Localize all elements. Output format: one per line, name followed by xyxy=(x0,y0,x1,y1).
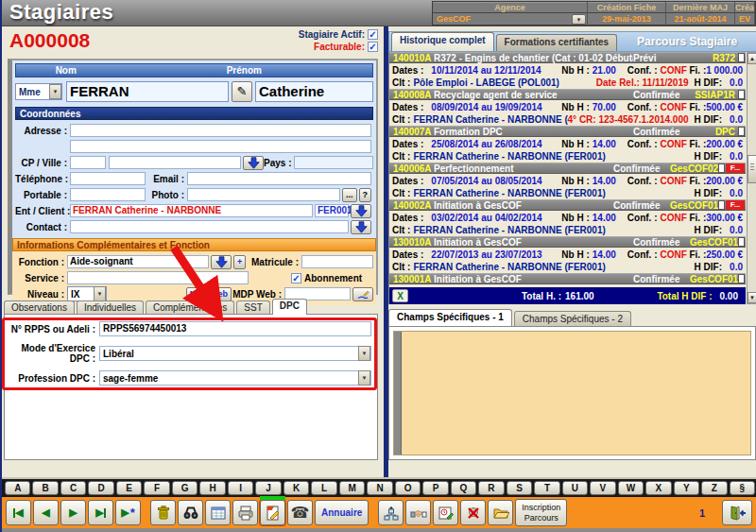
formation-header[interactable]: 140007A Formation DPC Confirmée DPC xyxy=(389,126,746,137)
inscription-parcours-button[interactable]: Inscription Parcours xyxy=(515,499,567,526)
profession-dpc-select[interactable]: sage-femme ▼ xyxy=(99,370,371,386)
stagiaire-actif-checkbox[interactable]: ✓ xyxy=(368,29,378,40)
cp-field[interactable] xyxy=(70,156,106,169)
alphabet-button[interactable]: E xyxy=(116,481,142,495)
contact-field[interactable] xyxy=(70,220,349,233)
ent-client-field[interactable]: FERRAN Catherine - NARBONNE xyxy=(70,204,313,217)
facturable-checkbox[interactable]: ✓ xyxy=(368,42,378,52)
formation-header[interactable]: 140010A R372 - Engins de chantier (Cat :… xyxy=(389,52,746,63)
planning-button[interactable] xyxy=(433,500,458,525)
contact-lookup-button[interactable] xyxy=(351,220,371,234)
list-scrollbar[interactable]: ▲ ▼ xyxy=(747,52,756,304)
alphabet-button[interactable]: L xyxy=(311,481,336,495)
alphabet-button[interactable]: Z xyxy=(701,481,727,495)
email-field[interactable] xyxy=(187,172,371,185)
search-button[interactable] xyxy=(178,500,203,525)
formation-item[interactable]: 140008A Recyclage agent de service Confi… xyxy=(389,89,746,126)
alphabet-button[interactable]: P xyxy=(422,481,448,495)
alphabet-button[interactable]: § xyxy=(730,481,755,495)
tab-sst[interactable]: SST xyxy=(236,300,269,315)
formation-item[interactable]: 130010A Initiation à GesCOF Confirmée Ge… xyxy=(389,236,746,273)
prenom-field[interactable]: Catherine xyxy=(255,81,373,102)
previous-record-button[interactable]: ◀ xyxy=(33,500,59,525)
tab-champs-specifiques-1[interactable]: Champs Spécifiques - 1 xyxy=(388,309,512,326)
tab-formations-certifiantes[interactable]: Formations certifiantes xyxy=(496,34,618,51)
open-folder-button[interactable] xyxy=(488,500,513,525)
delete-button[interactable] xyxy=(150,500,176,525)
ville-lookup-button[interactable] xyxy=(243,156,264,170)
alphabet-button[interactable]: B xyxy=(32,481,58,495)
duplicate-button[interactable] xyxy=(378,500,404,525)
fonction-add-button[interactable]: + xyxy=(233,255,246,269)
adresse-field-1[interactable] xyxy=(70,124,371,137)
alphabet-button[interactable]: N xyxy=(367,481,392,495)
datasheet-view-button[interactable] xyxy=(205,500,231,525)
chevron-down-icon[interactable]: ▼ xyxy=(358,346,370,361)
tab-champs-specifiques-2[interactable]: Champs Spécifiques - 2 xyxy=(514,311,631,326)
formation-header[interactable]: 140002A Initiation à GesCOF Confirmée Ge… xyxy=(389,199,746,211)
cancel-button[interactable] xyxy=(460,500,486,525)
scroll-up-icon[interactable]: ▲ xyxy=(747,53,756,64)
formation-header[interactable]: 140006A Perfectionnement Confirmée GesCO… xyxy=(389,163,746,174)
formation-item[interactable]: 140007A Formation DPC Confirmée DPC Date… xyxy=(389,126,746,163)
abonnement-checkbox[interactable]: ✓ xyxy=(291,273,301,283)
next-record-button[interactable]: ▶ xyxy=(60,500,86,525)
alphabet-button[interactable]: U xyxy=(562,481,588,495)
first-record-button[interactable]: ◀ xyxy=(6,500,31,525)
scrollbar-thumb[interactable] xyxy=(747,155,756,183)
nom-field[interactable]: FERRAN xyxy=(66,81,229,102)
formation-header[interactable]: 130001A Initiation à GesCOF Confirmée Ge… xyxy=(389,273,746,284)
telephone-field[interactable] xyxy=(70,172,146,185)
fiche-edit-button[interactable] xyxy=(260,500,285,525)
ent-client-lookup-button[interactable] xyxy=(351,204,371,218)
partner-button[interactable] xyxy=(405,500,431,525)
agence-select[interactable]: GesCOF ▼ xyxy=(433,13,588,26)
browse-button[interactable]: ... xyxy=(342,188,357,202)
fonction-lookup-button[interactable] xyxy=(211,255,232,269)
excel-export-button[interactable]: X xyxy=(392,289,408,302)
fonction-field[interactable]: Aide-soignant xyxy=(67,255,209,268)
tab-complementaires[interactable]: Complémentaires xyxy=(146,300,234,315)
alphabet-button[interactable]: A xyxy=(5,481,30,495)
civilite-select[interactable]: Mme ▼ xyxy=(15,83,62,100)
tab-historique-complet[interactable]: Historique complet xyxy=(391,32,494,51)
photo-field[interactable] xyxy=(187,188,340,201)
alphabet-button[interactable]: S xyxy=(507,481,532,495)
alphabet-button[interactable]: K xyxy=(284,481,309,495)
tab-individuelles[interactable]: Individuelles xyxy=(77,300,144,315)
phone-dial-button[interactable]: ☎ xyxy=(287,500,313,525)
edit-pencil-icon[interactable]: ✎ xyxy=(232,81,252,102)
alphabet-button[interactable]: D xyxy=(88,481,113,495)
alphabet-button[interactable]: H xyxy=(199,481,225,495)
service-field[interactable] xyxy=(67,271,249,284)
alphabet-button[interactable]: V xyxy=(590,481,615,495)
chevron-down-icon[interactable]: ▼ xyxy=(572,14,586,25)
exit-button[interactable] xyxy=(722,500,752,525)
formation-item[interactable]: 140010A R372 - Engins de chantier (Cat :… xyxy=(389,52,746,89)
alphabet-button[interactable]: Q xyxy=(451,481,476,495)
alphabet-button[interactable]: C xyxy=(60,481,86,495)
formation-item[interactable]: 130001A Initiation à GesCOF Confirmée Ge… xyxy=(389,273,746,287)
formation-header[interactable]: 130010A Initiation à GesCOF Confirmée Ge… xyxy=(389,236,746,248)
chevron-down-icon[interactable]: ▼ xyxy=(358,370,370,386)
signature-button[interactable] xyxy=(352,287,373,301)
champs-specifiques-textarea[interactable] xyxy=(393,331,751,455)
help-button[interactable]: ? xyxy=(359,188,372,202)
alphabet-button[interactable]: W xyxy=(618,481,644,495)
alphabet-button[interactable]: X xyxy=(645,481,671,495)
annuaire-button[interactable]: Annuaire xyxy=(315,500,369,525)
alphabet-button[interactable]: R xyxy=(478,481,504,495)
rpps-field[interactable]: RPPS56974450013 xyxy=(99,321,371,336)
maj-web-button[interactable]: MAJ Web xyxy=(186,287,232,301)
print-button[interactable] xyxy=(232,500,258,525)
alphabet-button[interactable]: Y xyxy=(674,481,699,495)
matricule-field[interactable] xyxy=(301,255,373,268)
pays-field[interactable] xyxy=(294,156,373,169)
ville-field[interactable] xyxy=(109,156,241,169)
alphabet-button[interactable]: J xyxy=(255,481,281,495)
adresse-field-2[interactable] xyxy=(70,140,371,153)
formation-header[interactable]: 140008A Recyclage agent de service Confi… xyxy=(389,89,746,100)
formation-item[interactable]: 140006A Perfectionnement Confirmée GesCO… xyxy=(389,163,746,199)
last-record-button[interactable]: ▶ xyxy=(88,500,113,525)
alphabet-button[interactable]: O xyxy=(395,481,421,495)
